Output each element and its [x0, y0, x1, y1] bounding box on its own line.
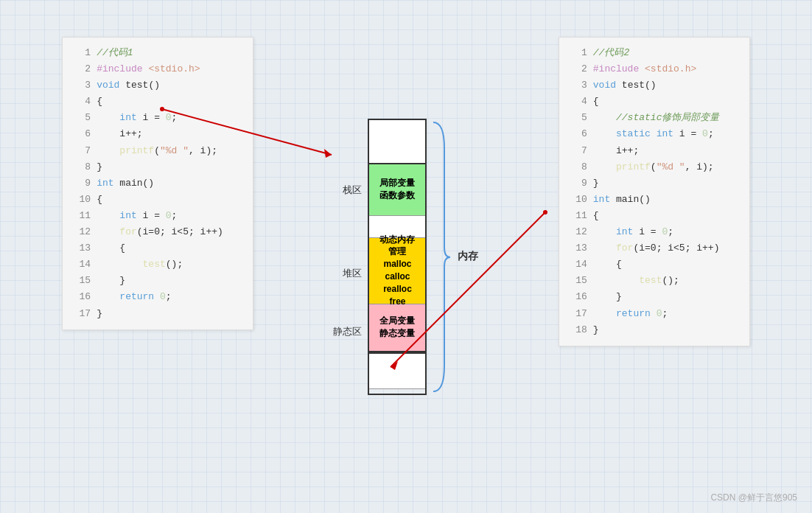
code-line-1: 1 //代码1: [73, 45, 242, 61]
seg-stack: 局部变量函数参数: [369, 164, 425, 216]
inner-label: 内存: [458, 250, 478, 263]
label-heap: 堆区: [333, 240, 362, 307]
code2-line-11: 11 {: [570, 208, 739, 224]
label-empty-bottom: [333, 357, 362, 394]
code-line-2: 2 #include <stdio.h>: [73, 61, 242, 77]
content-wrapper: 1 //代码1 2 #include <stdio.h> 3 void test…: [15, 15, 797, 498]
seg-static: 全局变量静态变量: [369, 304, 425, 352]
code2-line-5: 5 //static修饰局部变量: [570, 110, 739, 126]
code-line-9: 9 int main(): [73, 175, 242, 192]
code2-line-12: 12 int i = 0 ;: [570, 224, 739, 240]
code2-line-3: 3 void test(): [570, 77, 739, 94]
code-line-15: 15 }: [73, 273, 242, 289]
code-line-17: 17 }: [73, 306, 242, 322]
code-line-13: 13 {: [73, 240, 242, 256]
code2-line-6: 6 static int i = 0 ;: [570, 126, 739, 142]
label-stack: 栈区: [333, 164, 362, 216]
seg-white-bottom: [369, 352, 425, 389]
code-line-12: 12 for (i=0; i<5; i++): [73, 224, 242, 240]
code2-line-4: 4 {: [570, 94, 739, 110]
code-line-5: 5 int i = 0 ;: [73, 110, 242, 126]
label-gap1: [333, 217, 362, 240]
code-line-8: 8 }: [73, 159, 242, 175]
code-line-11: 11 int i = 0 ;: [73, 208, 242, 224]
code2-line-14: 14 {: [570, 256, 739, 273]
code-line-10: 10 {: [73, 192, 242, 208]
code-panel-2: 1 //代码2 2 #include <stdio.h> 3 void test…: [559, 37, 750, 346]
code2-line-13: 13 for (i=0; i<5; i++): [570, 240, 739, 256]
code2-line-8: 8 printf ( "%d " , i);: [570, 159, 739, 175]
memory-layout: 栈区 堆区 静态区 局部变量函: [333, 119, 478, 395]
code-line-6: 6 i++;: [73, 126, 242, 142]
code-line-16: 16 return 0 ;: [73, 289, 242, 305]
code-line-7: 7 printf ( "%d " , i);: [73, 143, 242, 159]
code2-line-17: 17 return 0 ;: [570, 306, 739, 322]
region-labels: 栈区 堆区 静态区: [333, 119, 368, 395]
code2-line-9: 9 }: [570, 175, 739, 192]
code-line-4: 4 {: [73, 94, 242, 110]
code2-line-1: 1 //代码2: [570, 45, 739, 61]
label-static: 静态区: [333, 308, 362, 356]
right-brace-svg: [430, 119, 452, 395]
seg-white-top: [369, 120, 425, 164]
memory-box: 局部变量函数参数 动态内存管理malloccallocreallocfree 全…: [368, 119, 427, 395]
code-panel-1: 1 //代码1 2 #include <stdio.h> 3 void test…: [62, 37, 253, 330]
brace-wrapper: 内存: [427, 119, 478, 395]
code2-line-16: 16 }: [570, 289, 739, 305]
seg-heap: 动态内存管理malloccallocreallocfree: [369, 238, 425, 304]
code2-line-2: 2 #include <stdio.h>: [570, 61, 739, 77]
code2-line-10: 10 int main(): [570, 192, 739, 208]
code2-line-7: 7 i++;: [570, 143, 739, 159]
code2-line-15: 15 test ();: [570, 273, 739, 289]
main-container: 1 //代码1 2 #include <stdio.h> 3 void test…: [0, 0, 812, 513]
code-line-14: 14 test ();: [73, 256, 242, 273]
memory-diagram: 栈区 堆区 静态区 局部变量函: [333, 119, 478, 395]
code2-line-18: 18 }: [570, 322, 739, 338]
label-empty-top: [333, 119, 362, 163]
code-line-3: 3 void test(): [73, 77, 242, 94]
